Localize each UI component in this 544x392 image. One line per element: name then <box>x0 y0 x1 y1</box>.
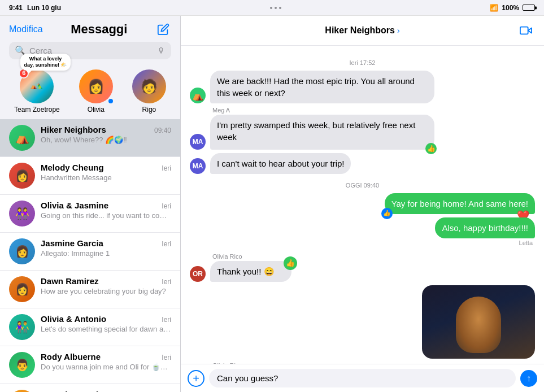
msg-bubble-group-1: We are back!!! Had the most epic trip. Y… <box>210 71 434 103</box>
conv-avatar-melody: 👩 <box>9 163 35 189</box>
status-day: Lun 10 giu <box>27 4 61 12</box>
battery-percentage: 100% <box>502 4 519 12</box>
sidebar-header-top: Modifica Messaggi <box>9 21 171 37</box>
msg-avatar-1: ⛺ <box>190 88 206 103</box>
conv-item-dawn[interactable]: 👩 Dawn Ramirez Ieri How are you celebrat… <box>0 271 180 308</box>
main-container: Modifica Messaggi 🔍 Cerca 🎙 ⛺🦜 <box>0 16 544 392</box>
msg-bubble-group-7 <box>422 285 535 359</box>
wifi-icon: 📶 <box>490 4 498 12</box>
pinned-avatar-rigo: 🧑 <box>132 69 166 103</box>
conv-item-jasmine[interactable]: 👩 Jasmine Garcia Ieri Allegato: Immagine… <box>0 233 180 271</box>
conv-avatar-olivia-antonio: 👫 <box>9 314 35 340</box>
dot2 <box>275 7 277 9</box>
chat-image-7 <box>422 285 535 359</box>
msg-bubble-1: We are back!!! Had the most epic trip. Y… <box>210 71 434 103</box>
svg-marker-0 <box>528 28 532 33</box>
conv-preview-dawn: How are you celebrating your big day? <box>41 287 171 295</box>
msg-bubble-group-5: ❤️ Also, happy birthday!!!! Letta <box>435 217 535 246</box>
conv-content-dawn: Dawn Ramirez Ieri How are you celebratin… <box>41 276 171 295</box>
edit-button[interactable]: Modifica <box>9 24 43 34</box>
video-call-button[interactable] <box>517 21 535 40</box>
conv-preview-olivia-jasmine: Going on this ride... if you want to com… <box>41 211 171 220</box>
read-label-5: Letta <box>435 239 535 246</box>
conv-avatar-jasmine: 👩 <box>9 238 35 264</box>
conv-content-jasmine: Jasmine Garcia Ieri Allegato: Immagine 1 <box>41 238 171 258</box>
message-row-2: MA Meg A I'm pretty swamped this week, b… <box>190 107 535 150</box>
add-button[interactable]: + <box>188 370 204 387</box>
conv-header-antonio: Antonio Manríquez Ieri <box>41 390 171 392</box>
conv-item-antonio[interactable]: 👨 Antonio Manríquez Ieri <box>0 384 180 392</box>
conversation-list: ⛺ Hiker Neighbors 09:40 Oh, wow! Where??… <box>0 119 180 392</box>
conv-content-olivia-jasmine: Olivia & Jasmine Ieri Going on this ride… <box>41 201 171 220</box>
conv-preview-jasmine: Allegato: Immagine 1 <box>41 249 171 258</box>
conv-time-rody: Ieri <box>162 354 171 361</box>
conv-avatar-antonio: 👨 <box>9 390 35 392</box>
unread-dot-olivia <box>108 99 113 103</box>
pinned-contact-team-zoetrope[interactable]: ⛺🦜 6 What a lovelyday, sunshine! 🌤️ Team… <box>14 69 60 114</box>
msg-bubble-6: Thank you!! 😄 👍 <box>210 261 291 282</box>
conv-item-olivia-jasmine[interactable]: 👭 Olivia & Jasmine Ieri Going on this ri… <box>0 195 180 233</box>
status-right-area: 📶 100% <box>490 4 535 12</box>
conv-name-dawn: Dawn Ramirez <box>41 276 99 286</box>
msg-bubble-5: Also, happy birthday!!!! <box>435 217 535 238</box>
conv-name-rody: Rody Albuerne <box>41 352 101 361</box>
chat-header: Hiker Neighbors › <box>181 16 544 46</box>
conv-content-antonio: Antonio Manríquez Ieri <box>41 390 171 392</box>
conv-preview-rody: Do you wanna join me and Oli for 🍵☕🔍 bre… <box>41 363 171 371</box>
send-button[interactable]: ↑ <box>520 370 537 387</box>
conv-time-hiker: 09:40 <box>154 127 171 134</box>
chat-title-area[interactable]: Hiker Neighbors › <box>208 25 517 36</box>
message-row-4: Yay for being home! And same here! 👍 <box>190 193 535 214</box>
chevron-right-icon: › <box>397 26 400 35</box>
msg-bubble-group-3: I can't wait to hear about your trip! <box>210 153 351 174</box>
conv-content-rody: Rody Albuerne Ieri Do you wanna join me … <box>41 352 171 371</box>
pinned-contact-olivia[interactable]: 👩 Olivia <box>79 69 113 114</box>
sidebar: Modifica Messaggi 🔍 Cerca 🎙 ⛺🦜 <box>0 16 181 392</box>
conv-name-antonio: Antonio Manríquez <box>41 390 117 392</box>
conv-name-hiker: Hiker Neighbors <box>41 125 106 134</box>
msg-bubble-3: I can't wait to hear about your trip! <box>210 153 351 174</box>
chat-title: Hiker Neighbors <box>325 25 395 36</box>
battery-icon <box>523 5 535 11</box>
status-time-area: 9:41 Lun 10 giu <box>9 4 61 12</box>
conv-header-jasmine: Jasmine Garcia Ieri <box>41 238 171 248</box>
msg-bubble-2: I'm pretty swamped this week, but relati… <box>210 115 434 150</box>
msg-sender-6: Olivia Rico <box>210 253 291 260</box>
message-input[interactable] <box>209 369 516 387</box>
conv-item-rody[interactable]: 👨 Rody Albuerne Ieri Do you wanna join m… <box>0 346 180 384</box>
conv-item-hiker-neighbors[interactable]: ⛺ Hiker Neighbors 09:40 Oh, wow! Where??… <box>0 119 180 157</box>
dot1 <box>270 7 272 9</box>
conv-header-hiker: Hiker Neighbors 09:40 <box>41 125 171 134</box>
thumbs-reaction-2: 👍 <box>425 143 437 154</box>
chat-input-area: + ↑ <box>181 364 544 392</box>
conv-header-olivia-antonio: Olivia & Antonio Ieri <box>41 314 171 324</box>
conv-item-melody[interactable]: 👩 Melody Cheung Ieri Handwritten Message <box>0 157 180 195</box>
msg-bubble-group-4: Yay for being home! And same here! 👍 <box>385 193 535 214</box>
conv-preview-hiker: Oh, wow! Where?? 🌈🌍‼️ <box>41 136 171 144</box>
messages-area: Ieri 17:52 ⛺ We are back!!! Had the most… <box>181 46 544 364</box>
pinned-avatar-olivia: 👩 <box>79 69 113 103</box>
conv-avatar-hiker: ⛺ <box>9 125 35 151</box>
conv-time-olivia-antonio: Ieri <box>162 316 171 324</box>
svg-rect-1 <box>520 27 528 34</box>
conv-header-dawn: Dawn Ramirez Ieri <box>41 276 171 286</box>
chat-panel: Hiker Neighbors › Ieri 17:52 ⛺ We are ba… <box>181 16 544 392</box>
sidebar-title: Messaggi <box>43 22 155 37</box>
conv-header-rody: Rody Albuerne Ieri <box>41 352 171 361</box>
conv-content-olivia-antonio: Olivia & Antonio Ieri Let's do something… <box>41 314 171 333</box>
msg-avatar-6: OR <box>190 266 206 282</box>
conv-time-melody: Ieri <box>162 164 171 172</box>
conv-header-olivia-jasmine: Olivia & Jasmine Ieri <box>41 201 171 210</box>
pinned-name-team-zoetrope: Team Zoetrope <box>14 106 60 114</box>
msg-bubble-group-2: Meg A I'm pretty swamped this week, but … <box>210 107 434 150</box>
conv-item-olivia-antonio[interactable]: 👫 Olivia & Antonio Ieri Let's do somethi… <box>0 308 180 346</box>
dots-indicator <box>268 5 284 11</box>
pinned-contact-rigo[interactable]: 🧑 Rigo <box>132 69 166 114</box>
conv-header-melody: Melody Cheung Ieri <box>41 163 171 172</box>
conv-name-melody: Melody Cheung <box>41 163 104 172</box>
mic-icon: 🎙 <box>158 46 166 55</box>
dot3 <box>279 7 281 9</box>
message-row-1: ⛺ We are back!!! Had the most epic trip.… <box>190 71 535 103</box>
compose-button[interactable] <box>155 21 171 37</box>
like-reaction-4: 👍 <box>381 208 393 219</box>
